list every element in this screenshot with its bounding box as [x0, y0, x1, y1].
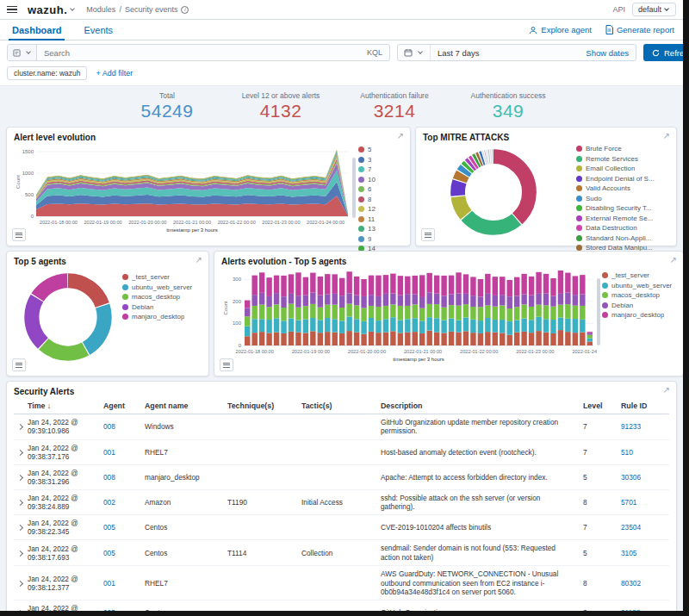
- search-input[interactable]: [37, 48, 367, 58]
- legend-item[interactable]: Valid Accounts: [576, 184, 669, 192]
- expand-row-chevron-icon[interactable]: [14, 608, 28, 611]
- expand-row-chevron-icon[interactable]: [14, 549, 28, 557]
- cell-agent-id[interactable]: 002: [103, 498, 145, 507]
- column-header-rule-id[interactable]: Rule ID: [621, 401, 669, 410]
- legend-item[interactable]: Remote Services: [576, 155, 669, 163]
- legend-item[interactable]: _test_server: [602, 271, 676, 279]
- cell-rule-id[interactable]: 3105: [621, 549, 669, 557]
- expand-row-chevron-icon[interactable]: [14, 448, 28, 457]
- api-selector[interactable]: default: [632, 3, 676, 16]
- legend-item[interactable]: Sudo: [576, 195, 669, 202]
- table-row[interactable]: Jan 24, 2022 @ 09:38:17.693005CentosT111…: [14, 540, 669, 566]
- legend-toggle-icon[interactable]: [12, 358, 26, 371]
- wazuh-logo[interactable]: wazuh.: [28, 3, 67, 16]
- legend-toggle-icon[interactable]: [12, 228, 26, 241]
- legend-item[interactable]: External Remote Se...: [576, 215, 669, 222]
- calendar-menu-button[interactable]: [398, 45, 431, 60]
- legend-item[interactable]: Debian: [602, 302, 676, 309]
- cell-agent-id[interactable]: 001: [103, 448, 145, 457]
- cell-agent-id[interactable]: 005: [103, 523, 145, 532]
- cell-agent-id[interactable]: 001: [103, 579, 145, 588]
- cell-rule-id[interactable]: 23504: [621, 523, 669, 532]
- expand-row-chevron-icon[interactable]: [14, 579, 28, 588]
- breadcrumb-section[interactable]: Modules: [86, 5, 115, 14]
- expand-icon[interactable]: ↗: [196, 256, 202, 264]
- legend-scrollbar[interactable]: [352, 158, 356, 218]
- expand-row-chevron-icon[interactable]: [14, 498, 28, 507]
- saved-query-menu-button[interactable]: [8, 45, 37, 60]
- column-header-technique-s-[interactable]: Technique(s): [227, 401, 301, 410]
- add-filter-button[interactable]: + Add filter: [96, 69, 133, 78]
- column-header-agent[interactable]: Agent: [103, 401, 145, 410]
- cell-agent-id[interactable]: 005: [103, 608, 145, 611]
- info-icon[interactable]: i: [181, 6, 189, 14]
- legend-item[interactable]: ubuntu_web_server: [122, 283, 202, 291]
- column-header-description[interactable]: Description: [381, 401, 583, 410]
- legend-item[interactable]: Debian: [122, 303, 202, 311]
- explore-agent-button[interactable]: Explore agent: [529, 25, 592, 34]
- cell-rule-id[interactable]: 91233: [621, 422, 669, 431]
- kql-label[interactable]: KQL: [367, 48, 389, 57]
- column-header-time[interactable]: Time ↓: [28, 401, 103, 410]
- generate-report-button[interactable]: Generate report: [605, 25, 674, 34]
- legend-item[interactable]: Endpoint Denial of S...: [576, 175, 669, 183]
- legend-item[interactable]: 8: [358, 196, 388, 203]
- legend-item[interactable]: manjaro_desktop: [122, 313, 202, 320]
- time-range-value[interactable]: Last 7 days: [431, 48, 586, 58]
- menu-icon[interactable]: [7, 4, 19, 16]
- legend-item[interactable]: 10: [358, 176, 388, 184]
- cell-agent-id[interactable]: 008: [103, 473, 145, 482]
- legend-item[interactable]: Disabling Security T...: [576, 204, 669, 212]
- breadcrumb-page[interactable]: Security events: [125, 5, 178, 14]
- legend-item[interactable]: 12: [358, 205, 388, 213]
- legend-item[interactable]: 7: [358, 165, 388, 173]
- column-header-tactic-s-[interactable]: Tactic(s): [301, 401, 381, 410]
- expand-row-chevron-icon[interactable]: [14, 523, 28, 532]
- legend-toggle-icon[interactable]: [421, 228, 435, 241]
- legend-item[interactable]: Email Collection: [576, 165, 669, 172]
- table-row[interactable]: Jan 24, 2022 @ 09:38:31.296008manjaro_de…: [14, 465, 669, 490]
- chart-scrollbar[interactable]: [597, 278, 600, 345]
- legend-item[interactable]: Brute Force: [576, 145, 669, 152]
- legend-item[interactable]: ubuntu_web_server: [602, 282, 676, 289]
- legend-item[interactable]: _test_server: [122, 273, 202, 281]
- cell-rule-id[interactable]: 91188: [621, 608, 669, 611]
- table-row[interactable]: Jan 24, 2022 @ 09:39:10.986008WindowsGit…: [14, 414, 669, 440]
- cell-rule-id[interactable]: 510: [621, 448, 669, 457]
- legend-toggle-icon[interactable]: [220, 358, 233, 371]
- legend-item[interactable]: Standard Non-Appli...: [576, 234, 669, 242]
- table-row[interactable]: Jan 24, 2022 @ 09:38:03.373005CentosGitH…: [14, 600, 669, 611]
- cell-rule-id[interactable]: 30306: [621, 473, 669, 482]
- alerts-evolution-bar-chart[interactable]: 01002003002022-01-18 00:002022-01-19 00:…: [221, 266, 597, 373]
- legend-item[interactable]: macos_desktop: [122, 293, 202, 301]
- expand-icon[interactable]: ↗: [397, 132, 404, 140]
- legend-item[interactable]: Data Destruction: [576, 224, 669, 232]
- tab-dashboard[interactable]: Dashboard: [9, 20, 65, 40]
- alert-level-evolution-chart[interactable]: 0500100015002022-01-18 00:002022-01-19 0…: [14, 142, 351, 264]
- expand-icon[interactable]: ↗: [670, 256, 677, 264]
- cell-agent-id[interactable]: 005: [103, 549, 145, 557]
- filter-chip-cluster-name[interactable]: cluster.name: wazuh: [7, 66, 87, 80]
- legend-item[interactable]: 6: [358, 185, 388, 193]
- legend-item[interactable]: 9: [358, 235, 388, 243]
- expand-icon[interactable]: ↗: [663, 386, 670, 395]
- table-row[interactable]: Jan 24, 2022 @ 09:38:24.889002AmazonT119…: [14, 490, 669, 516]
- expand-row-chevron-icon[interactable]: [14, 473, 28, 482]
- table-row[interactable]: Jan 24, 2022 @ 09:38:12.377001RHEL7AWS G…: [14, 566, 669, 600]
- table-row[interactable]: Jan 24, 2022 @ 09:38:37.176001RHEL7Host-…: [14, 440, 669, 465]
- legend-item[interactable]: 3: [358, 156, 388, 164]
- cell-rule-id[interactable]: 5701: [621, 498, 669, 507]
- show-dates-button[interactable]: Show dates: [586, 48, 636, 58]
- legend-item[interactable]: 5: [358, 146, 388, 153]
- tab-events[interactable]: Events: [80, 20, 116, 40]
- cell-rule-id[interactable]: 80302: [621, 579, 669, 588]
- table-row[interactable]: Jan 24, 2022 @ 09:38:22.345005CentosCVE-…: [14, 515, 669, 540]
- agents-donut-chart[interactable]: [19, 268, 117, 370]
- legend-item[interactable]: manjaro_desktop: [602, 311, 676, 319]
- cell-agent-id[interactable]: 008: [103, 422, 145, 431]
- column-header-level[interactable]: Level: [583, 401, 621, 410]
- legend-item[interactable]: 13: [358, 225, 388, 233]
- refresh-button[interactable]: Refresh: [643, 44, 683, 61]
- expand-row-chevron-icon[interactable]: [14, 422, 28, 431]
- column-header-agent-name[interactable]: Agent name: [145, 401, 227, 410]
